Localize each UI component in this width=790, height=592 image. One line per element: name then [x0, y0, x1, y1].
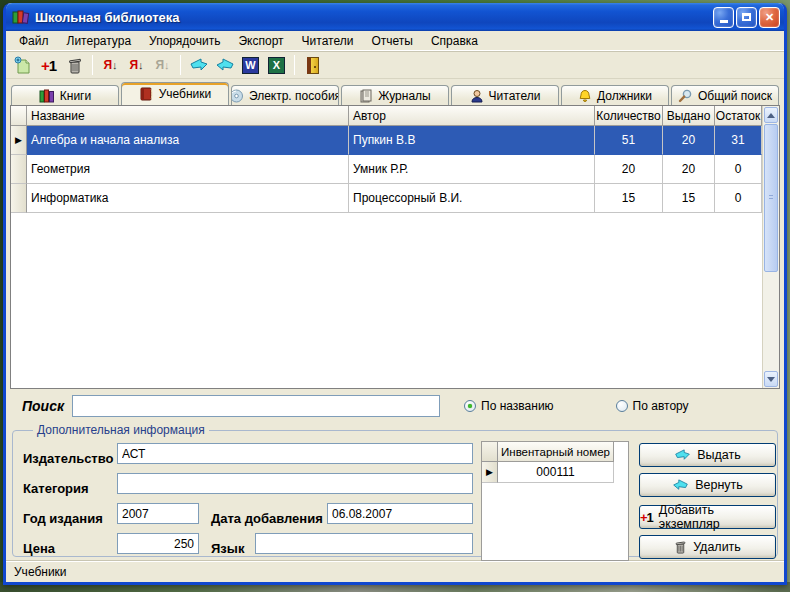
search-input[interactable]	[72, 395, 440, 417]
sort-disabled-button: Я↓	[151, 54, 174, 77]
table-row[interactable]: Геометрия Умник Р.Р. 20 20 0	[11, 155, 762, 184]
inventory-row[interactable]: ▶ 000111	[482, 462, 628, 483]
search-row: Поиск По названию По автору	[10, 389, 780, 421]
delete-button-main[interactable]: Удалить	[639, 535, 776, 559]
scroll-down-button[interactable]	[764, 371, 778, 387]
column-header-quantity[interactable]: Количество	[595, 106, 663, 126]
cell-quantity[interactable]: 20	[595, 155, 663, 184]
add-copy-button[interactable]: +1	[37, 54, 60, 77]
textbook-icon	[139, 87, 154, 101]
cell-name[interactable]: Алгебра и начала анализа	[27, 126, 349, 155]
exit-button[interactable]	[301, 54, 324, 77]
cell-issued[interactable]: 20	[663, 155, 715, 184]
cell-rest[interactable]: 31	[715, 126, 762, 155]
tab-textbooks[interactable]: Учебники	[121, 82, 229, 105]
inventory-column-header[interactable]: Инвентарный номер	[498, 442, 614, 462]
vertical-scrollbar[interactable]	[762, 106, 779, 388]
reader-icon	[470, 89, 484, 103]
maximize-button[interactable]	[736, 7, 757, 28]
export-word-button[interactable]: W	[239, 54, 262, 77]
sort-desc-button[interactable]: Я↓	[125, 54, 148, 77]
title-bar[interactable]: Школьная библиотека ✕	[6, 3, 784, 31]
cell-author[interactable]: Пупкин В.В	[349, 126, 595, 155]
tab-readers[interactable]: Читатели	[451, 85, 559, 105]
toolbar-separator	[180, 55, 181, 75]
export-excel-button[interactable]: X	[265, 54, 288, 77]
issue-book-button[interactable]	[187, 54, 210, 77]
menu-literature[interactable]: Литература	[58, 32, 141, 50]
radio-dot-icon	[616, 400, 628, 412]
tab-books[interactable]: Книги	[11, 85, 119, 105]
cell-name[interactable]: Геометрия	[27, 155, 349, 184]
cell-name[interactable]: Информатика	[27, 184, 349, 213]
toolbar: +1 Я↓ Я↓ Я↓ W X	[6, 51, 784, 79]
tab-global-search[interactable]: Общий поиск	[671, 85, 779, 105]
tab-label: Учебники	[159, 87, 212, 101]
table-row[interactable]: ▶ Алгебра и начала анализа Пупкин В.В 51…	[11, 126, 762, 155]
cell-rest[interactable]: 0	[715, 155, 762, 184]
return-button[interactable]: Вернуть	[639, 473, 776, 497]
inventory-corner-cell	[482, 442, 498, 462]
scroll-up-button[interactable]	[764, 107, 778, 123]
publisher-input[interactable]	[117, 443, 473, 464]
current-row-marker-icon: ▶	[15, 136, 22, 145]
inventory-number-cell[interactable]: 000111	[498, 462, 614, 483]
current-row-marker-icon: ▶	[486, 468, 493, 477]
groupbox-legend: Дополнительная информация	[33, 423, 209, 437]
cell-author[interactable]: Умник Р.Р.	[349, 155, 595, 184]
word-icon: W	[242, 57, 259, 74]
add-copy-button-main[interactable]: +1 Добавить экземпляр	[639, 505, 776, 529]
cell-rest[interactable]: 0	[715, 184, 762, 213]
column-header-name[interactable]: Название	[27, 106, 349, 126]
radio-by-author[interactable]: По автору	[616, 399, 689, 413]
column-header-author[interactable]: Автор	[349, 106, 595, 126]
delete-button[interactable]	[63, 54, 86, 77]
table-corner-cell	[11, 106, 27, 126]
menu-help[interactable]: Справка	[422, 32, 487, 50]
menu-readers[interactable]: Читатели	[293, 32, 363, 50]
tab-electronic-aids[interactable]: Электр. пособия	[231, 85, 339, 105]
cell-issued[interactable]: 15	[663, 184, 715, 213]
menu-sort[interactable]: Упорядочить	[140, 32, 229, 50]
column-header-rest[interactable]: Остаток	[715, 106, 762, 126]
issue-button[interactable]: Выдать	[639, 443, 776, 467]
minimize-icon	[720, 20, 728, 23]
language-label: Язык	[211, 541, 244, 556]
tab-label: Общий поиск	[698, 89, 772, 103]
sort-disabled-icon: Я↓	[155, 58, 169, 72]
radio-by-author-label: По автору	[633, 399, 689, 413]
inventory-header-row: Инвентарный номер	[482, 442, 628, 462]
books-icon	[39, 89, 55, 103]
new-record-button[interactable]	[11, 54, 34, 77]
year-input[interactable]	[117, 503, 199, 524]
menu-file[interactable]: Файл	[10, 32, 58, 50]
table-row[interactable]: Информатика Процессорный В.И. 15 15 0	[11, 184, 762, 213]
close-button[interactable]: ✕	[759, 7, 780, 28]
column-header-issued[interactable]: Выдано	[663, 106, 715, 126]
menu-export[interactable]: Экспорт	[229, 32, 292, 50]
add-copy-icon: +1	[640, 510, 653, 525]
return-book-icon	[215, 58, 235, 72]
client-area: Книги Учебники Электр. пособия Журналы Ч…	[6, 79, 784, 559]
minimize-button[interactable]	[713, 7, 734, 28]
cell-quantity[interactable]: 51	[595, 126, 663, 155]
cd-icon	[231, 89, 244, 103]
year-label: Год издания	[23, 511, 103, 526]
delete-button-label: Удалить	[693, 540, 741, 554]
radio-by-title[interactable]: По названию	[464, 399, 554, 413]
sort-asc-button[interactable]: Я↓	[99, 54, 122, 77]
scrollbar-thumb[interactable]	[764, 124, 778, 272]
menu-bar: Файл Литература Упорядочить Экспорт Чита…	[6, 31, 784, 51]
cell-quantity[interactable]: 15	[595, 184, 663, 213]
tab-debtors[interactable]: Должники	[561, 85, 669, 105]
date-added-input[interactable]	[327, 503, 473, 524]
radio-by-title-label: По названию	[481, 399, 554, 413]
menu-reports[interactable]: Отчеты	[362, 32, 421, 50]
tab-journals[interactable]: Журналы	[341, 85, 449, 105]
category-input[interactable]	[117, 473, 473, 494]
price-input[interactable]	[117, 533, 199, 554]
cell-issued[interactable]: 20	[663, 126, 715, 155]
cell-author[interactable]: Процессорный В.И.	[349, 184, 595, 213]
return-book-button[interactable]	[213, 54, 236, 77]
language-input[interactable]	[255, 533, 473, 554]
